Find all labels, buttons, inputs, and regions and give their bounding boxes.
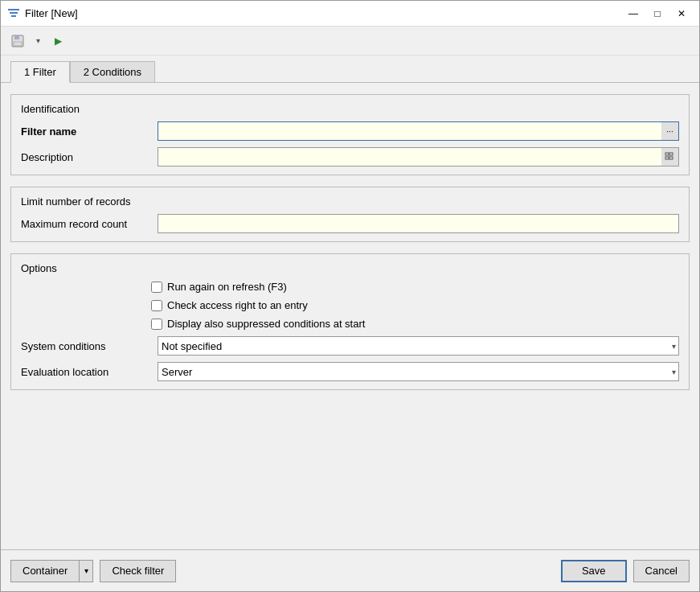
description-browse-button[interactable] <box>661 147 679 166</box>
limit-section: Limit number of records Maximum record c… <box>10 187 690 242</box>
bottom-left: Container ▾ Check filter <box>10 560 176 582</box>
filter-icon <box>7 7 20 20</box>
tabs-row: 1 Filter 2 Conditions <box>1 56 699 82</box>
svg-rect-6 <box>665 153 669 155</box>
tab-conditions[interactable]: 2 Conditions <box>70 61 155 83</box>
bottom-bar: Container ▾ Check filter Save Cancel <box>1 549 699 591</box>
limit-title: Limit number of records <box>21 195 679 208</box>
evaluation-location-label: Evaluation location <box>21 366 158 378</box>
svg-rect-0 <box>8 9 19 10</box>
checkbox-run-again-row: Run again on refresh (F3) <box>141 281 679 293</box>
identification-section: Identification Filter name ··· Descripti… <box>10 94 690 175</box>
suppressed-label: Display also suppressed conditions at st… <box>167 318 365 330</box>
identification-box: Identification Filter name ··· Descripti… <box>10 94 690 175</box>
filter-name-label: Filter name <box>21 125 158 138</box>
dropdown-arrow-icon: ▾ <box>36 36 40 45</box>
run-again-label: Run again on refresh (F3) <box>167 281 287 293</box>
system-conditions-row: System conditions Not specified Active I… <box>21 336 679 356</box>
filter-name-input-group: ··· <box>158 121 679 141</box>
tab-filter[interactable]: 1 Filter <box>10 61 70 83</box>
evaluation-location-row: Evaluation location Server Client ▾ <box>21 362 679 381</box>
svg-rect-5 <box>14 42 22 46</box>
run-again-checkbox[interactable] <box>151 282 162 293</box>
svg-rect-2 <box>11 15 16 17</box>
max-record-label: Maximum record count <box>21 218 158 230</box>
main-content: Identification Filter name ··· Descripti… <box>1 82 699 549</box>
svg-rect-8 <box>665 157 669 159</box>
save-dropdown-button[interactable]: ▾ <box>31 31 44 51</box>
access-label: Check access right to an entry <box>167 299 308 311</box>
limit-box: Limit number of records Maximum record c… <box>10 187 690 242</box>
options-section: Options Run again on refresh (F3) Check … <box>10 253 690 390</box>
close-button[interactable]: ✕ <box>670 5 693 23</box>
save-icon <box>10 34 25 48</box>
max-record-input[interactable] <box>158 214 679 233</box>
svg-rect-1 <box>10 12 18 14</box>
options-checkboxes: Run again on refresh (F3) Check access r… <box>21 281 679 330</box>
minimize-button[interactable]: — <box>622 5 645 23</box>
system-conditions-wrapper: Not specified Active Inactive ▾ <box>158 336 679 356</box>
window-title: Filter [New] <box>25 7 78 19</box>
svg-rect-9 <box>669 157 673 159</box>
main-window: Filter [New] — □ ✕ ▾ ▶ 1 Filter 2 Con <box>0 0 700 592</box>
options-box: Options Run again on refresh (F3) Check … <box>10 253 690 390</box>
checkbox-access-row: Check access right to an entry <box>141 299 679 311</box>
options-title: Options <box>21 262 679 274</box>
checkbox-suppressed-row: Display also suppressed conditions at st… <box>141 318 679 330</box>
grid-icon <box>665 152 676 162</box>
suppressed-checkbox[interactable] <box>151 319 162 330</box>
title-bar-controls: — □ ✕ <box>622 5 693 23</box>
title-bar: Filter [New] — □ ✕ <box>1 1 699 27</box>
bottom-right: Save Cancel <box>561 560 690 582</box>
run-icon: ▶ <box>55 35 62 47</box>
filter-name-row: Filter name ··· <box>21 121 679 141</box>
maximize-button[interactable]: □ <box>646 5 669 23</box>
description-input[interactable] <box>158 147 661 166</box>
save-button[interactable]: Save <box>561 560 627 582</box>
toolbar: ▾ ▶ <box>1 27 699 56</box>
save-toolbar-button[interactable] <box>7 31 28 51</box>
evaluation-location-wrapper: Server Client ▾ <box>158 362 679 381</box>
cancel-button[interactable]: Cancel <box>633 560 690 582</box>
description-label: Description <box>21 151 158 163</box>
filter-name-input[interactable] <box>158 121 661 141</box>
check-filter-button[interactable]: Check filter <box>100 560 176 582</box>
svg-rect-7 <box>669 153 673 155</box>
evaluation-location-select[interactable]: Server Client <box>158 362 679 381</box>
identification-title: Identification <box>21 103 679 115</box>
container-dropdown-button[interactable]: ▾ <box>79 560 93 582</box>
svg-rect-4 <box>14 35 19 39</box>
system-conditions-select[interactable]: Not specified Active Inactive <box>158 336 679 356</box>
description-row: Description <box>21 147 679 166</box>
title-bar-left: Filter [New] <box>7 7 78 20</box>
max-record-row: Maximum record count <box>21 214 679 233</box>
container-button[interactable]: Container <box>10 560 79 582</box>
container-dropdown-arrow-icon: ▾ <box>84 566 88 575</box>
filter-name-browse-button[interactable]: ··· <box>661 121 679 141</box>
run-button[interactable]: ▶ <box>47 31 68 51</box>
system-conditions-label: System conditions <box>21 340 158 352</box>
access-checkbox[interactable] <box>151 300 162 311</box>
description-input-group <box>158 147 679 166</box>
